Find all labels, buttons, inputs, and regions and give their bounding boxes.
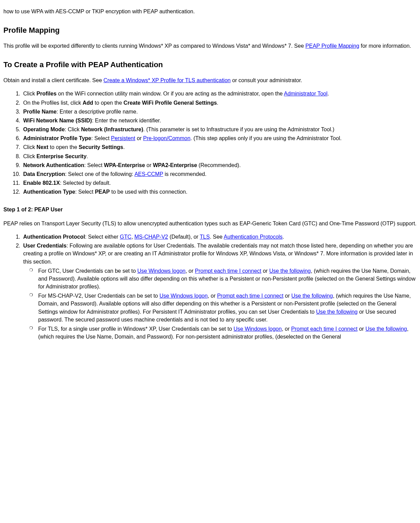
- list-item: Data Encryption: Select one of the follo…: [22, 170, 417, 178]
- text: : Select one of the following:: [65, 171, 135, 177]
- heading-create-profile: To Create a Profile with PEAP Authentica…: [3, 59, 417, 70]
- list-item: For TLS, for a single user profile in Wi…: [37, 325, 417, 341]
- text: . (This step applies only if you are usi…: [191, 135, 342, 141]
- list-item: For GTC, User Credentials can be set to …: [37, 267, 417, 291]
- link-authentication-protocols[interactable]: Authentication Protocols: [224, 234, 283, 240]
- link-tls[interactable]: TLS: [200, 234, 210, 240]
- list-item: Authentication Protocol: Select either G…: [22, 233, 417, 241]
- text: (Recommended).: [197, 162, 241, 168]
- text: Obtain and install a client certificate.…: [3, 77, 104, 83]
- text: or: [358, 326, 365, 332]
- text: to be used with this connection.: [110, 189, 188, 195]
- text: is recommended.: [163, 171, 207, 177]
- text: : Select either: [85, 234, 120, 240]
- text-bold: PEAP: [95, 189, 110, 195]
- list-item: Administrator Profile Type: Select Persi…: [22, 134, 417, 142]
- text-bold: WiFi Network Name (SSID): [23, 118, 92, 123]
- link-prompt-each-time[interactable]: Prompt each time I connect: [195, 268, 261, 274]
- text: for more information.: [359, 43, 411, 49]
- text-bold: Enable 802.1X: [23, 180, 60, 186]
- link-ms-chap-v2[interactable]: MS-CHAP-V2: [134, 234, 168, 240]
- link-tls-auth-profile[interactable]: Create a Windows* XP Profile for TLS aut…: [104, 77, 231, 83]
- list-item: Click Profiles on the WiFi connection ut…: [22, 90, 417, 98]
- text: to open the: [93, 100, 123, 106]
- text-bold: Security Settings: [79, 144, 123, 150]
- text: or: [283, 293, 291, 299]
- text: Click: [23, 153, 36, 159]
- body-text: This profile will be exported differentl…: [3, 42, 417, 50]
- list-item: Operating Mode: Click Network (Infrastru…: [22, 125, 417, 133]
- text: .: [87, 153, 88, 159]
- text-bold: Data Encryption: [23, 171, 65, 177]
- text-bold: WPA2-Enterprise: [153, 162, 197, 168]
- text: to open the: [48, 144, 79, 150]
- link-prompt-each-time[interactable]: Prompt each time I connect: [217, 293, 284, 299]
- text: ,: [131, 234, 134, 240]
- text-bold: Add: [82, 100, 93, 106]
- text: , or: [208, 293, 217, 299]
- list-item: On the Profiles list, click Add to open …: [22, 99, 417, 107]
- text-bold: WPA-Enterprise: [104, 162, 145, 168]
- list-item: Click Next to open the Security Settings…: [22, 143, 417, 151]
- list-item: For MS-CHAP-V2, User Credentials can be …: [37, 292, 417, 324]
- link-aes-ccmp[interactable]: AES-CCMP: [134, 171, 163, 177]
- text: : Enter a descriptive profile name.: [57, 109, 138, 115]
- text: For TLS, for a single user profile in Wi…: [38, 326, 234, 332]
- list-item: Network Authentication: Select WPA-Enter…: [22, 161, 417, 169]
- link-persistent[interactable]: Persistent: [111, 135, 135, 141]
- text: .: [283, 234, 284, 240]
- text: This profile will be exported differentl…: [3, 43, 305, 49]
- text: .: [217, 100, 218, 106]
- text: .: [123, 144, 124, 150]
- text: For MS-CHAP-V2, User Credentials can be …: [38, 293, 160, 299]
- list-item: Authentication Type: Select PEAP to be u…: [22, 188, 417, 196]
- text: . (This parameter is set to Infrastructu…: [143, 126, 334, 132]
- body-text: PEAP relies on Transport Layer Security …: [3, 220, 417, 227]
- text: : Select: [75, 189, 95, 195]
- text: , or: [185, 268, 195, 274]
- text: or: [135, 135, 143, 141]
- text: : Click: [65, 126, 81, 132]
- link-use-the-following[interactable]: Use the following: [291, 293, 333, 299]
- link-use-the-following[interactable]: Use the following: [269, 268, 311, 274]
- list-item: Enable 802.1X: Selected by default.: [22, 179, 417, 187]
- text-bold: Authentication Type: [23, 189, 75, 195]
- link-use-windows-logon[interactable]: Use Windows logon: [137, 268, 185, 274]
- link-peap-profile-mapping[interactable]: PEAP Profile Mapping: [305, 43, 359, 49]
- link-use-windows-logon[interactable]: Use Windows logon: [160, 293, 208, 299]
- text: For GTC, User Credentials can be set to: [38, 268, 137, 274]
- list-item: User Credentials: Following are availabl…: [22, 242, 417, 341]
- text: : Following are available options for Us…: [23, 243, 413, 264]
- text-bold: Administrator Profile Type: [23, 135, 91, 141]
- text-bold: Create WiFi Profile General Settings: [123, 100, 217, 106]
- text-bold: Authentication Protocol: [23, 234, 85, 240]
- text: . See: [210, 234, 224, 240]
- text: or consult your administrator.: [230, 77, 302, 83]
- link-use-the-following[interactable]: Use the following: [365, 326, 407, 332]
- text-bold: Next: [36, 144, 48, 150]
- text-bold: Profile Name: [23, 109, 57, 115]
- link-use-the-following[interactable]: Use the following: [316, 309, 358, 315]
- create-profile-steps: Click Profiles on the WiFi connection ut…: [3, 90, 417, 196]
- list-item: WiFi Network Name (SSID): Enter the netw…: [22, 117, 417, 124]
- text: : Select: [84, 162, 104, 168]
- text: : Selected by default.: [60, 180, 111, 186]
- link-prompt-each-time[interactable]: Prompt each time I connect: [291, 326, 358, 332]
- link-pre-logon-common[interactable]: Pre-logon/Common: [143, 135, 191, 141]
- link-gtc[interactable]: GTC: [120, 234, 132, 240]
- heading-step-1: Step 1 of 2: PEAP User: [3, 206, 417, 213]
- text-bold: Operating Mode: [23, 126, 65, 132]
- text: .: [328, 91, 329, 96]
- text-bold: User Credentials: [23, 243, 66, 249]
- text: : Select: [91, 135, 111, 141]
- text: : Enter the network identifier.: [92, 118, 161, 123]
- user-credentials-sublist: For GTC, User Credentials can be set to …: [23, 267, 417, 341]
- link-use-windows-logon[interactable]: Use Windows logon: [234, 326, 282, 332]
- heading-profile-mapping: Profile Mapping: [3, 25, 417, 36]
- text: Click: [23, 91, 36, 96]
- link-administrator-tool[interactable]: Administrator Tool: [284, 91, 328, 96]
- text: , or: [282, 326, 291, 332]
- peap-user-steps: Authentication Protocol: Select either G…: [3, 233, 417, 341]
- text: or: [145, 162, 153, 168]
- list-item: Profile Name: Enter a descriptive profil…: [22, 108, 417, 116]
